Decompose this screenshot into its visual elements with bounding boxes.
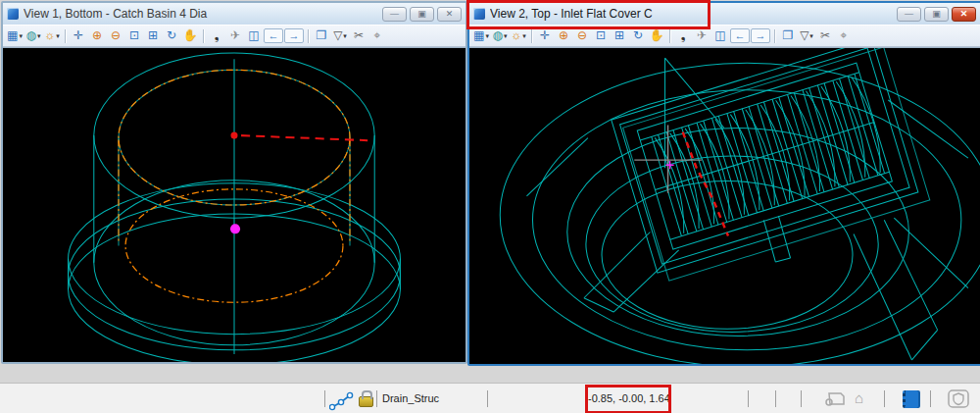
window-area-icon[interactable]: ⊡ bbox=[125, 27, 143, 44]
walk-icon[interactable]: ❟ bbox=[674, 27, 692, 44]
close-button[interactable]: ✕ bbox=[437, 7, 462, 22]
view-window-1: View 1, Bottom - Catch Basin 4 Dia — ▣ ✕… bbox=[1, 1, 467, 364]
close-button[interactable]: ✕ bbox=[952, 7, 976, 22]
view-previous-icon[interactable]: ← bbox=[264, 28, 283, 43]
view2-canvas[interactable] bbox=[469, 47, 980, 364]
fit-view-icon[interactable]: ⊞ bbox=[144, 27, 162, 44]
view-perspective-icon[interactable]: ⌖ bbox=[835, 27, 853, 44]
statusbar-separator bbox=[884, 390, 885, 407]
minimize-button[interactable]: — bbox=[897, 7, 921, 22]
toolbar-separator bbox=[774, 29, 775, 43]
dropdown-caret-icon[interactable]: ▾ bbox=[485, 27, 489, 44]
view-attributes-icon[interactable]: ▦▾ bbox=[6, 27, 24, 44]
minimize-button[interactable]: — bbox=[382, 7, 407, 22]
dropdown-caret-icon[interactable]: ▾ bbox=[343, 27, 347, 44]
view-app-icon bbox=[473, 8, 485, 20]
update-view-icon[interactable]: ✛ bbox=[536, 27, 554, 44]
maximize-button[interactable]: ▣ bbox=[410, 7, 434, 22]
view1-toolbar: ▦▾◍▾☼▾✛⊕⊖⊡⊞↻✋❟✈◫←→❐▽▾✂⌖ bbox=[3, 25, 466, 47]
view-perspective-icon[interactable]: ⌖ bbox=[368, 27, 386, 44]
view-attributes-icon[interactable]: ▦▾ bbox=[472, 27, 490, 44]
catch-basin-wireframe bbox=[3, 48, 466, 362]
maximize-button[interactable]: ▣ bbox=[924, 7, 949, 22]
view2-title: View 2, Top - Inlet Flat Cover C bbox=[490, 7, 892, 21]
view-display-style-icon[interactable]: ◍▾ bbox=[24, 27, 42, 44]
update-view-icon[interactable]: ✛ bbox=[70, 27, 87, 44]
toolbar-separator bbox=[531, 29, 532, 43]
active-level-label[interactable]: Drain_Struc bbox=[382, 392, 439, 404]
view-next-icon[interactable]: → bbox=[751, 28, 770, 43]
statusbar-separator bbox=[801, 390, 802, 407]
statusbar-separator bbox=[930, 390, 931, 407]
dropdown-caret-icon[interactable]: ▾ bbox=[56, 27, 60, 44]
rotate-view-icon[interactable]: ↻ bbox=[629, 27, 647, 44]
dropdown-caret-icon[interactable]: ▾ bbox=[504, 27, 508, 44]
clip-volume-icon[interactable]: ▽▾ bbox=[798, 27, 815, 44]
view1-title: View 1, Bottom - Catch Basin 4 Dia bbox=[24, 7, 377, 21]
dropdown-caret-icon[interactable]: ▾ bbox=[522, 27, 526, 44]
zoom-out-icon[interactable]: ⊖ bbox=[107, 27, 124, 44]
zoom-in-icon[interactable]: ⊕ bbox=[88, 27, 106, 44]
dropdown-caret-icon[interactable]: ▾ bbox=[809, 27, 813, 44]
window-area-icon[interactable]: ⊡ bbox=[592, 27, 610, 44]
toolbar-separator bbox=[203, 29, 204, 43]
toolbar-separator bbox=[669, 29, 670, 43]
statusbar-separator bbox=[775, 390, 776, 407]
pan-view-icon[interactable]: ✋ bbox=[648, 27, 665, 44]
view-display-style-icon[interactable]: ◍▾ bbox=[491, 27, 509, 44]
rotate-view-icon[interactable]: ↻ bbox=[163, 27, 180, 44]
fly-icon[interactable]: ✈ bbox=[226, 27, 244, 44]
statusbar: Drain_Struc -0.85, -0.00, 1.64 ⌂ bbox=[0, 383, 980, 413]
inlet-cover-wireframe bbox=[469, 48, 980, 364]
statusbar-separator bbox=[487, 390, 488, 407]
view1-titlebar[interactable]: View 1, Bottom - Catch Basin 4 Dia — ▣ ✕ bbox=[3, 3, 466, 25]
locks-icon[interactable] bbox=[359, 396, 373, 407]
clip-volume-icon[interactable]: ▽▾ bbox=[331, 27, 349, 44]
copy-view-icon[interactable]: ❐ bbox=[313, 27, 330, 44]
view-window-2: View 2, Top - Inlet Flat Cover C — ▣ ✕ ▦… bbox=[467, 1, 980, 366]
notebook-icon[interactable] bbox=[903, 390, 920, 408]
scroll-icon[interactable] bbox=[823, 390, 847, 408]
walk-icon[interactable]: ❟ bbox=[208, 27, 225, 44]
view2-toolbar: ▦▾◍▾☼▾✛⊕⊖⊡⊞↻✋❟✈◫←→❐▽▾✂⌖ bbox=[469, 25, 980, 47]
pan-view-icon[interactable]: ✋ bbox=[181, 27, 199, 44]
navigate-view-icon[interactable]: ◫ bbox=[245, 27, 263, 44]
statusbar-separator bbox=[376, 390, 377, 407]
home-icon[interactable]: ⌂ bbox=[855, 389, 863, 406]
clip-mask-icon[interactable]: ✂ bbox=[350, 27, 368, 44]
statusbar-separator bbox=[748, 390, 749, 407]
clip-mask-icon[interactable]: ✂ bbox=[816, 27, 834, 44]
view1-canvas[interactable] bbox=[3, 47, 466, 362]
adjust-view-brightness-icon[interactable]: ☼▾ bbox=[510, 27, 527, 44]
view-next-icon[interactable]: → bbox=[284, 28, 304, 43]
navigate-view-icon[interactable]: ◫ bbox=[711, 27, 729, 44]
copy-view-icon[interactable]: ❐ bbox=[779, 27, 797, 44]
dropdown-caret-icon[interactable]: ▾ bbox=[19, 27, 23, 44]
view-app-icon bbox=[7, 8, 19, 20]
statusbar-separator bbox=[324, 390, 325, 407]
toolbar-separator bbox=[308, 29, 309, 43]
toolbar-separator bbox=[65, 29, 66, 43]
snap-mode-icon[interactable] bbox=[329, 391, 355, 411]
zoom-out-icon[interactable]: ⊖ bbox=[573, 27, 591, 44]
view-previous-icon[interactable]: ← bbox=[730, 28, 750, 43]
dropdown-caret-icon[interactable]: ▾ bbox=[37, 27, 41, 44]
fit-view-icon[interactable]: ⊞ bbox=[611, 27, 628, 44]
adjust-view-brightness-icon[interactable]: ☼▾ bbox=[43, 27, 61, 44]
application-window: View 1, Bottom - Catch Basin 4 Dia — ▣ ✕… bbox=[0, 0, 980, 413]
fly-icon[interactable]: ✈ bbox=[693, 27, 710, 44]
zoom-in-icon[interactable]: ⊕ bbox=[555, 27, 572, 44]
shield-icon[interactable] bbox=[947, 389, 971, 409]
coordinates-readout[interactable]: -0.85, -0.00, 1.64 bbox=[588, 392, 664, 404]
view2-titlebar[interactable]: View 2, Top - Inlet Flat Cover C — ▣ ✕ bbox=[469, 3, 980, 25]
